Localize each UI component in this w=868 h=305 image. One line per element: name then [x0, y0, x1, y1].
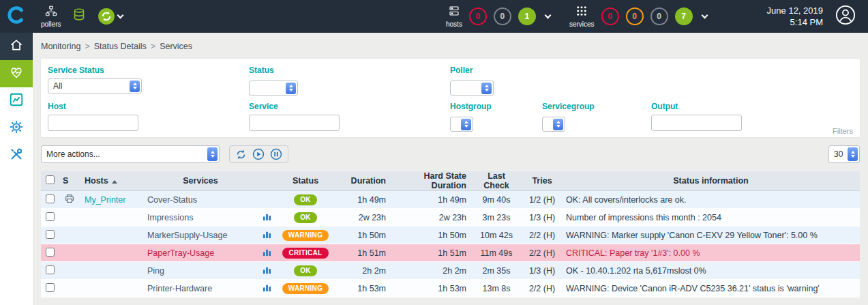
service-link[interactable]: MarkerSupply-Usage: [147, 231, 227, 240]
current-date: June 12, 2019: [767, 5, 823, 16]
servicegroup-select[interactable]: [542, 117, 565, 132]
clock: June 12, 2019 5:14 PM: [767, 5, 823, 28]
status-information-cell: WARNING: Marker supply 'Canon C-EXV 29 Y…: [562, 227, 860, 244]
service-link[interactable]: Cover-Status: [147, 195, 197, 205]
services-warning-counter[interactable]: 0: [626, 8, 644, 25]
status-select[interactable]: [249, 81, 298, 96]
breadcrumb-services[interactable]: Services: [160, 42, 192, 51]
service-link[interactable]: PaperTray-Usage: [147, 248, 214, 258]
row-checkbox[interactable]: [46, 194, 55, 203]
select-stepper-icon: [481, 83, 492, 94]
tries-cell: 1/2 (H): [522, 191, 562, 209]
service-input[interactable]: [249, 115, 340, 131]
host-link[interactable]: My_Printer: [85, 195, 125, 205]
output-input[interactable]: [651, 115, 742, 131]
user-avatar[interactable]: [835, 5, 856, 28]
status-information-cell: CRITICAL: Paper tray '1#3': 0.00 %: [562, 244, 860, 262]
last-check-cell: 11m 49s: [470, 244, 522, 262]
services-critical-counter[interactable]: 0: [601, 8, 619, 25]
breadcrumb-monitoring[interactable]: Monitoring: [41, 42, 80, 51]
field-servicegroup: Servicegroup: [542, 102, 651, 132]
tries-cell: 1/3 (H): [522, 209, 562, 227]
gear-icon: [9, 119, 24, 137]
header-s: S: [59, 171, 80, 191]
sidebar-item-configuration[interactable]: [0, 115, 33, 142]
hosts-up-counter[interactable]: 1: [518, 8, 536, 25]
header-duration[interactable]: Duration: [335, 171, 390, 191]
poller-select[interactable]: [450, 81, 494, 96]
hosts-unknown-counter[interactable]: 0: [494, 8, 511, 25]
poller-database-icon[interactable]: [72, 8, 87, 25]
table-header-row: S Hosts Services Status Duration Hard St…: [41, 171, 860, 191]
poller-state-icon[interactable]: [98, 8, 123, 25]
row-checkbox[interactable]: [46, 283, 55, 292]
services-menu[interactable]: services: [569, 5, 595, 28]
sidebar-item-administration[interactable]: [0, 142, 33, 169]
field-status: Status: [249, 66, 450, 96]
select-all-checkbox[interactable]: [46, 175, 55, 184]
topbar: pollers hosts 0 0 1: [0, 0, 868, 33]
header-tries[interactable]: Tries: [522, 171, 562, 191]
pollers-chevron-down-icon: [117, 12, 124, 19]
graph-icon[interactable]: [263, 231, 271, 241]
graph-icon[interactable]: [263, 249, 271, 259]
field-hostgroup: Hostgroup: [450, 102, 542, 132]
refresh-button[interactable]: [235, 149, 247, 160]
header-hosts[interactable]: Hosts: [80, 171, 143, 191]
pollers-menu[interactable]: pollers: [41, 5, 61, 28]
graph-icon[interactable]: [263, 267, 271, 276]
header-graph: [258, 171, 275, 191]
header-services[interactable]: Services: [143, 171, 258, 191]
status-badge: OK: [294, 194, 317, 205]
breadcrumb: Monitoring > Status Details > Services: [41, 42, 860, 51]
more-actions-select[interactable]: More actions...: [41, 145, 220, 163]
status-information-cell: WARNING: Device 'Canon iR-ADV C5235 36.2…: [562, 280, 860, 297]
graph-icon[interactable]: [263, 214, 271, 223]
centreon-logo-icon: [8, 6, 25, 27]
hosts-menu[interactable]: hosts: [446, 5, 462, 28]
services-chevron-down-icon[interactable]: [701, 12, 708, 19]
sidebar-item-monitoring[interactable]: [0, 60, 33, 87]
row-checkbox[interactable]: [46, 230, 55, 239]
page-size-select[interactable]: 30: [828, 145, 860, 163]
header-hard-state-duration[interactable]: Hard State Duration: [390, 171, 470, 191]
tries-cell: 2/2 (H): [522, 280, 562, 297]
header-status[interactable]: Status: [275, 171, 335, 191]
host-input[interactable]: [48, 115, 138, 131]
service-link[interactable]: Impressions: [147, 213, 193, 222]
status-badge: OK: [294, 212, 317, 223]
pause-button[interactable]: [270, 148, 282, 160]
service-link[interactable]: Ping: [147, 266, 164, 276]
select-stepper-icon: [461, 119, 471, 130]
breadcrumb-status-details[interactable]: Status Details: [94, 42, 147, 51]
header-status-information[interactable]: Status information: [562, 171, 860, 191]
hosts-chevron-down-icon[interactable]: [544, 12, 551, 19]
breadcrumb-separator: >: [151, 42, 155, 51]
tries-cell: 2/2 (H): [522, 244, 562, 262]
services-unknown-counter[interactable]: 0: [650, 8, 668, 25]
hard-state-duration-cell: 1h 50m: [390, 227, 470, 244]
pollers-icon: [45, 5, 57, 20]
home-icon: [10, 38, 23, 55]
hosts-icon: [448, 5, 460, 20]
service-label: Service: [249, 102, 450, 111]
service-status-select[interactable]: All: [48, 78, 142, 93]
hostgroup-select[interactable]: [450, 117, 473, 132]
field-host: Host: [48, 102, 249, 132]
header-last-check[interactable]: Last Check: [470, 171, 522, 191]
duration-cell: 2h 2m: [335, 262, 390, 280]
row-checkbox[interactable]: [46, 265, 55, 274]
sidebar-item-reporting[interactable]: [0, 87, 33, 115]
services-ok-counter[interactable]: 7: [675, 8, 693, 25]
centreon-logo[interactable]: [0, 0, 33, 33]
select-stepper-icon: [130, 81, 140, 92]
printer-host-icon: [64, 197, 75, 206]
sidebar-item-home[interactable]: [0, 33, 33, 60]
service-status-value: All: [53, 81, 62, 91]
service-link[interactable]: Printer-Hardware: [147, 284, 212, 293]
hosts-critical-counter[interactable]: 0: [469, 8, 487, 25]
row-checkbox[interactable]: [46, 248, 55, 257]
graph-icon[interactable]: [263, 285, 271, 294]
row-checkbox[interactable]: [46, 212, 55, 221]
play-button[interactable]: [252, 148, 265, 160]
